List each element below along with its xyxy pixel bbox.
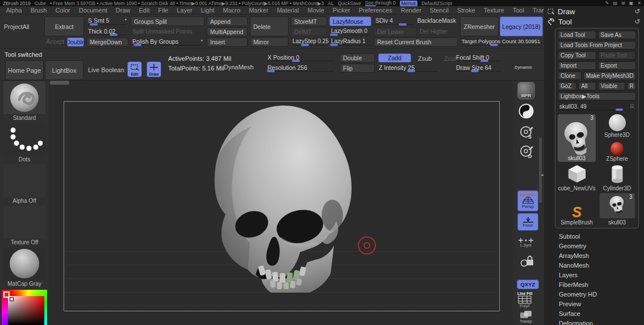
menu-item[interactable]: File — [154, 7, 173, 14]
multiappend-button[interactable]: MultiAppend — [207, 27, 248, 36]
titlebar-tool-icon[interactable]: ✎ — [605, 1, 609, 6]
stroke-selector[interactable]: Dots — [3, 123, 45, 163]
thick-slider[interactable]: Thick 0.02 — [86, 27, 128, 36]
skull-model[interactable] — [185, 102, 375, 293]
tool-palette-section[interactable]: ArrayMesh — [559, 251, 644, 260]
sdiv-slider[interactable]: SDiv 4 — [374, 16, 415, 26]
menu-item[interactable]: Stroke — [453, 7, 479, 14]
menu-item[interactable]: Stencil — [425, 7, 453, 14]
modifier-dot-icon[interactable] — [124, 18, 127, 21]
export-button[interactable]: Export — [598, 61, 637, 70]
edit-mode-button[interactable]: Edit — [127, 61, 142, 77]
panel-scrollbar[interactable] — [539, 138, 542, 203]
titlebar-tool-icon[interactable]: ▣ — [629, 1, 634, 6]
dynamesh-label[interactable]: DynaMesh — [224, 64, 254, 70]
tool-reset-icon[interactable]: ↺ — [634, 18, 640, 26]
load-tools-from-project-button[interactable]: Load Tools From Project — [558, 41, 636, 49]
menu-item[interactable]: Render — [396, 7, 425, 14]
mergedown-button[interactable]: MergeDown — [86, 38, 128, 47]
append-button[interactable]: Append — [207, 16, 248, 26]
polish-by-groups-slider[interactable]: Polish By Groups — [131, 38, 204, 47]
tool-panel-header[interactable]: Tool ↺ — [544, 16, 644, 27]
local-symmetry-button[interactable]: L.Sym — [518, 238, 533, 247]
copy-tool-button[interactable]: Copy Tool — [558, 51, 596, 60]
menu-item[interactable]: Material — [273, 7, 303, 14]
scroll-document-icon[interactable]: S — [519, 125, 534, 140]
menu-item[interactable]: Texture — [479, 7, 508, 14]
double-button[interactable]: Double — [340, 53, 375, 63]
current-tool-tile[interactable]: 3 skull03 — [558, 114, 596, 162]
menu-item[interactable]: Alpha — [2, 7, 26, 14]
dynamic-mode-label[interactable]: Dynamic — [515, 65, 532, 70]
tool-palette-section[interactable]: Layers — [559, 270, 644, 280]
color-selector-handle[interactable] — [10, 297, 14, 301]
see-through-slider[interactable]: See-through 0 — [365, 0, 396, 6]
lightbox-tools-button[interactable]: Lightbox▶Tools — [558, 92, 636, 101]
titlebar-tool-icon[interactable]: ⊞ — [621, 1, 625, 6]
line-fill-button[interactable]: Line Fill PolyF — [517, 291, 532, 308]
x-position-slider[interactable]: X Position 0 — [266, 53, 335, 63]
focal-shift-slider[interactable]: Focal Shift 0 — [454, 53, 502, 63]
tool-palette-section[interactable]: Geometry HD — [559, 289, 644, 299]
menu-item[interactable]: Tool — [508, 7, 528, 14]
menu-item[interactable]: Picker — [328, 7, 354, 14]
tool-palette-section[interactable]: NanoMesh — [559, 260, 644, 270]
document-canvas[interactable] — [49, 81, 513, 325]
menu-item[interactable]: Movie — [303, 7, 328, 14]
tool-item-simplebrush[interactable]: S SimpleBrush — [558, 193, 596, 226]
transparency-button[interactable]: Transp — [519, 310, 533, 323]
default-zscript-button[interactable]: DefaultZScript — [421, 1, 452, 6]
lazystep-slider[interactable]: LazyStep 0.25 — [291, 38, 327, 47]
menu-item[interactable]: Brush — [26, 7, 51, 14]
tool-palette-section[interactable]: FiberMesh — [559, 280, 644, 289]
menu-item[interactable]: Light — [196, 7, 219, 14]
tool-r-button[interactable]: R — [628, 102, 636, 111]
project-all-button[interactable]: ProjectAll — [4, 23, 29, 30]
tool-palette-section[interactable]: Subtool — [559, 231, 644, 241]
tool-item-cylinder3d[interactable]: Cylinder3D — [598, 163, 636, 191]
double-toggle[interactable]: Double — [67, 38, 84, 47]
menu-item[interactable]: Layer — [173, 7, 197, 14]
lightbox-button[interactable]: LightBox — [45, 60, 83, 80]
menu-item[interactable]: Edit — [135, 7, 154, 14]
panel-divider-arrows-icon[interactable]: ◂▸ — [541, 173, 543, 177]
material-selector[interactable]: MatCap Gray — [3, 247, 45, 288]
mirror-button[interactable]: Mirror — [250, 38, 288, 47]
goz-all-button[interactable]: All — [578, 82, 596, 90]
zadd-toggle[interactable]: Zadd — [378, 53, 411, 63]
transpose-lock-icon[interactable] — [520, 255, 534, 268]
home-page-button[interactable]: Home Page — [5, 60, 44, 80]
z-intensity-slider[interactable]: Z Intensity 25 — [377, 64, 440, 73]
target-polygons-slider[interactable]: Target Polygons Count 30.50951 — [460, 38, 543, 47]
save-as-button[interactable]: Save As — [598, 31, 637, 39]
menu-item[interactable]: Preferences — [354, 7, 396, 14]
titlebar-tool-icon[interactable]: ✕ — [637, 1, 641, 6]
menu-item[interactable]: Marker — [245, 7, 273, 14]
import-button[interactable]: Import — [558, 61, 596, 70]
al-toggle[interactable]: AL — [328, 1, 333, 6]
draw-mode-button[interactable]: Draw — [147, 61, 161, 77]
tool-palette-section[interactable]: Surface — [559, 309, 644, 318]
load-tool-button[interactable]: Load Tool — [558, 31, 596, 39]
draw-size-slider[interactable]: Draw Size 64 — [454, 64, 502, 73]
tool-palette-section[interactable]: Deformation — [559, 318, 644, 325]
goz-button[interactable]: GoZ — [558, 82, 576, 90]
tool-item-sphere3d[interactable]: Sphere3D — [598, 114, 636, 138]
menu-item[interactable]: Document — [74, 7, 111, 14]
live-boolean-toggle[interactable]: Live Boolean — [88, 66, 124, 73]
menu-item[interactable]: Draw — [111, 7, 135, 14]
tool-quicksave-slider[interactable]: skull03. 49 — [558, 102, 626, 111]
tool-item-zsphere[interactable]: ZSphere — [598, 139, 636, 162]
draw-panel-header[interactable]: Draw ↺ — [544, 6, 644, 16]
menu-item[interactable]: Color — [51, 7, 74, 14]
delete-button[interactable]: Delete — [250, 16, 288, 36]
draw-reset-icon[interactable]: ↺ — [634, 7, 640, 15]
quicksave-button[interactable]: QuickSave — [338, 1, 361, 6]
bpr-render-button[interactable]: BPR — [517, 82, 535, 99]
extract-button[interactable]: Extract — [44, 16, 84, 36]
tool-item-cube[interactable]: cube_NewUVs — [558, 163, 596, 191]
make-polymesh3d-button[interactable]: Make PolyMesh3D — [583, 72, 636, 80]
modifier-dot-icon[interactable] — [200, 39, 203, 42]
zoom-document-icon[interactable]: D — [519, 144, 534, 159]
flip-button[interactable]: Flip — [340, 64, 375, 73]
